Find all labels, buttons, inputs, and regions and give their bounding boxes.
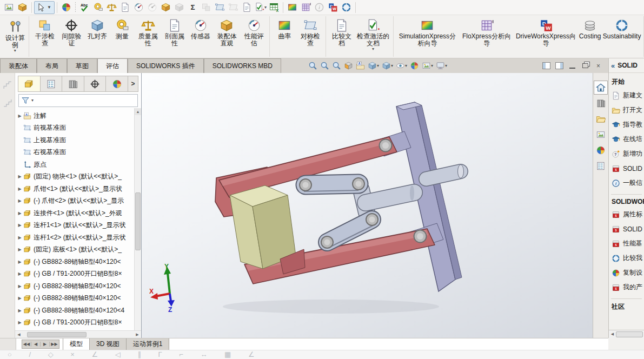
collapse-pane-icon[interactable]: « xyxy=(611,62,615,70)
scrollbar-thumb[interactable] xyxy=(616,331,643,337)
tab-sketch[interactable]: 草图 xyxy=(67,58,97,73)
tab-custom-properties[interactable] xyxy=(594,159,608,173)
tree-item-origin[interactable]: 原点 xyxy=(16,158,134,171)
tree-item-component[interactable]: ▶(-) GB882-88销轴B型40×120< xyxy=(16,292,134,305)
show-left-pane-button[interactable] xyxy=(542,62,551,70)
tree-item-annotations[interactable]: ▶注解 xyxy=(16,110,134,122)
open-document-link[interactable]: 打开文 xyxy=(609,103,644,117)
select-tool-button[interactable]: ▼ xyxy=(34,1,55,14)
design-study-button[interactable]: 设计算例 ▾ xyxy=(1,16,29,57)
tab-navigation-buttons[interactable]: ◀◀ ◀ ▶ ▶▶ xyxy=(22,340,59,349)
expand-arrow-icon[interactable]: ▶ xyxy=(16,114,23,118)
expand-arrow-icon[interactable]: ▶ xyxy=(16,211,23,216)
check-entity-icon[interactable] xyxy=(159,1,172,14)
expand-arrow-icon[interactable]: ▶ xyxy=(16,308,23,313)
filter-funnel-icon[interactable] xyxy=(21,96,30,105)
tab-configuration-manager[interactable] xyxy=(62,76,84,91)
ribbon-item-sensor[interactable]: 传感器 xyxy=(188,18,213,41)
tab-motion-study-1[interactable]: 运动算例1 xyxy=(127,338,170,350)
graphics-viewport[interactable]: Y X Z xyxy=(142,73,593,338)
display-style-icon[interactable]: ▾ xyxy=(381,60,394,72)
mirror-components-icon[interactable] xyxy=(213,1,227,14)
tab-evaluate[interactable]: 评估 xyxy=(97,58,128,73)
tree-item-right-plane[interactable]: 右视基准面 xyxy=(16,147,134,159)
link-upper[interactable] xyxy=(304,184,358,191)
assembly-model[interactable] xyxy=(142,73,593,338)
assembly-cube-icon[interactable] xyxy=(16,1,29,14)
ribbon-item-mass-properties[interactable]: 质量属性 xyxy=(135,18,161,48)
tree-item-component[interactable]: ▶(-) GB882-88销轴B型40×120< xyxy=(16,256,134,268)
tab-assembly[interactable]: 装配体 xyxy=(0,58,37,73)
scroll-left-icon[interactable]: ◀ xyxy=(15,333,23,337)
solidworks-link[interactable]: SOLID xyxy=(609,161,644,176)
ribbon-item-performance-evaluation[interactable]: 性能评估 xyxy=(241,18,267,48)
view-orientation-icon[interactable]: ▾ xyxy=(367,60,380,72)
tab-appearances-scenes[interactable] xyxy=(594,143,608,157)
previous-tab-icon[interactable]: ◀ xyxy=(31,342,41,347)
ribbon-item-measure[interactable]: 测量 xyxy=(110,18,135,41)
zoom-fit-icon[interactable] xyxy=(307,60,318,72)
apply-scene-icon[interactable]: ▾ xyxy=(421,60,434,72)
ribbon-item-sustainability[interactable]: Sustainability xyxy=(602,18,641,41)
expand-arrow-icon[interactable]: ▶ xyxy=(16,247,23,252)
edit-appearance-icon[interactable] xyxy=(409,60,420,72)
last-tab-icon[interactable]: ▶▶ xyxy=(50,342,59,347)
sustainability-icon[interactable] xyxy=(340,1,353,14)
online-training-link[interactable]: 在线培 xyxy=(609,132,644,147)
property-tab-builder-link[interactable]: 属性标 xyxy=(609,207,644,222)
edit-appearance-icon[interactable] xyxy=(59,1,73,14)
connector-cylinder[interactable] xyxy=(361,185,414,212)
ribbon-item-clearance-verification[interactable]: 间隙验证 xyxy=(58,18,85,48)
chevron-down-icon[interactable]: ▾ xyxy=(31,98,34,103)
minimize-button[interactable] xyxy=(568,62,577,70)
tree-item-component[interactable]: ▶(固定) 底板<1> (默认<<默认>_ xyxy=(16,244,134,256)
scroll-right-icon[interactable]: ▶ xyxy=(134,333,141,337)
window-thumbnail-icon[interactable] xyxy=(2,1,16,14)
scroll-up-icon[interactable]: ▲ xyxy=(135,108,141,115)
tree-item-top-plane[interactable]: 上视基准面 xyxy=(16,134,134,147)
tab-dimxpert-manager[interactable] xyxy=(84,76,107,91)
show-right-pane-button[interactable] xyxy=(555,62,564,70)
expand-arrow-icon[interactable]: ▶ xyxy=(16,260,23,264)
expand-arrow-icon[interactable]: ▶ xyxy=(16,174,23,179)
performance-icon[interactable] xyxy=(132,1,145,14)
tab-view-palette[interactable] xyxy=(594,128,608,142)
equations-icon[interactable] xyxy=(186,1,200,14)
tab-3d-views[interactable]: 3D 视图 xyxy=(90,338,127,350)
tree-item-component[interactable]: ▶连接件<1> (默认<<默认>_外观 xyxy=(16,207,134,220)
tree-item-component[interactable]: ▶爪钳<1> (默认<<默认>_显示状 xyxy=(16,183,134,195)
new-document-link[interactable]: 新建文 xyxy=(609,88,644,103)
ribbon-item-costing[interactable]: Costing xyxy=(577,18,602,41)
ribbon-item-hole-alignment[interactable]: 孔对齐 xyxy=(85,18,110,41)
general-info-link[interactable]: 一般信 xyxy=(609,176,644,190)
tree-item-component[interactable]: ▶(-) 爪钳<2> (默认<<默认>_显示 xyxy=(16,195,134,208)
ribbon-item-check-active-document[interactable]: 检查激活的文档▾ xyxy=(355,18,391,52)
tab-property-manager[interactable] xyxy=(41,76,63,91)
driveworks-icon[interactable] xyxy=(326,1,340,14)
spellcheck-icon[interactable] xyxy=(78,1,91,14)
workpiece-block[interactable] xyxy=(230,185,296,269)
tab-solidworks-resources[interactable] xyxy=(594,81,608,95)
design-table-icon[interactable] xyxy=(267,1,281,14)
tree-item-component[interactable]: ▶(固定) 物块<1> (默认<<默认>_ xyxy=(16,171,134,183)
measure-icon[interactable] xyxy=(91,1,105,14)
ribbon-item-floxpress-wizard[interactable]: FloXpress分析向导 xyxy=(459,18,514,48)
section-properties-icon[interactable] xyxy=(118,1,132,14)
tree-horizontal-scrollbar[interactable]: ◀ ▶ xyxy=(15,330,141,338)
restore-button[interactable] xyxy=(581,62,590,70)
copy-settings-link[interactable]: 复制设 xyxy=(609,265,644,280)
benchmark-link[interactable]: 性能基 xyxy=(609,236,644,251)
tree-filter-bar[interactable]: ▾ xyxy=(18,94,138,107)
zoom-area-icon[interactable] xyxy=(319,60,330,72)
tree-item-component[interactable]: ▶连杆1<1> (默认<<默认>_显示状 xyxy=(16,220,134,232)
expand-arrow-icon[interactable]: ▶ xyxy=(16,187,23,191)
expand-arrow-icon[interactable]: ▶ xyxy=(16,320,23,325)
tab-model[interactable]: 模型 xyxy=(63,338,90,350)
mass-properties-icon[interactable] xyxy=(105,1,118,14)
tree-item-component[interactable]: ▶(-) GB / T91-2000开口销B型8× xyxy=(16,317,134,329)
ribbon-item-interference-check[interactable]: 干涉检查 xyxy=(31,18,58,48)
ribbon-item-driveworksxpress-wizard[interactable]: DriveWorksXpress向导 xyxy=(514,18,577,48)
tab-file-explorer[interactable] xyxy=(594,112,608,126)
next-tab-icon[interactable]: ▶ xyxy=(41,342,50,347)
scrollbar-thumb[interactable] xyxy=(135,192,141,250)
